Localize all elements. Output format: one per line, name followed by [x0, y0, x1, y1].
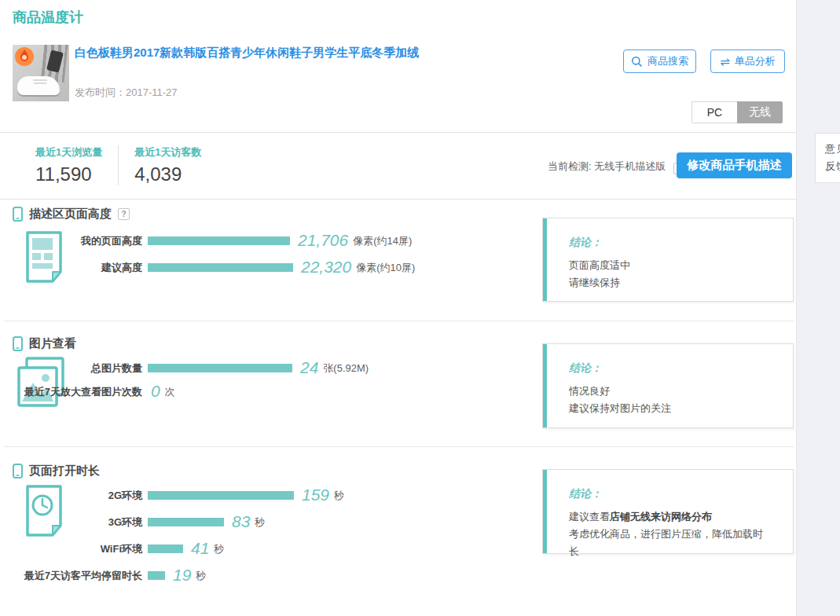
bar [148, 518, 224, 526]
bar-unit: 次 [165, 384, 175, 399]
conclusion-line: 页面高度适中 [569, 257, 771, 274]
conclusion-heading: 结论： [569, 487, 771, 501]
bar-row-wifi: WiFi环境 41 秒 [13, 541, 224, 558]
modify-description-button[interactable]: 修改商品手机描述 [677, 152, 792, 178]
bar-row-2g: 2G环境 159 秒 [13, 488, 344, 504]
bar [148, 544, 183, 553]
bar-unit: 秒 [214, 541, 224, 556]
bar [148, 491, 294, 500]
stats-row: 最近1天浏览量 11,590 最近1天访客数 4,039 [35, 145, 217, 185]
product-search-label: 商品搜索 [647, 54, 688, 68]
bar-row-3g: 3G环境 83 秒 [13, 515, 265, 531]
exchange-icon: ⇌ [720, 56, 730, 68]
stat-visitors: 最近1天访客数 4,039 [118, 145, 217, 185]
page-height-help-icon[interactable]: ? [118, 208, 130, 220]
bar-label: 总图片数量 [13, 361, 148, 376]
bar-unit: 秒 [334, 488, 344, 503]
single-item-analysis-label: 单品分析 [735, 54, 776, 68]
photo-lace [33, 78, 47, 84]
bar-row-zoom-views: 最近7天放大查看图片次数 0 次 [13, 384, 175, 401]
bar-row-total-images: 总图片数量 24 张(5.92M) [13, 361, 369, 377]
bar-value: 24 [300, 358, 318, 377]
bar-label: 我的页面高度 [13, 233, 148, 248]
section-load-time-header: 页面打开时长 [13, 464, 100, 478]
publish-date: 发布时间：2017-11-27 [75, 86, 178, 100]
platform-toggle: PC 无线 [691, 101, 783, 123]
bar-unit: 像素(约10屏) [356, 260, 415, 275]
conclusion-line: 考虑优化商品，进行图片压缩，降低加载时长 [569, 526, 771, 560]
conclusion-text: 建议查看 [569, 511, 610, 522]
feedback-tab[interactable]: 意见反馈 [815, 133, 840, 183]
product-title-link[interactable]: 白色板鞋男2017新款韩版百搭青少年休闲鞋子男学生平底冬季加绒 [75, 46, 578, 60]
single-item-analysis-button[interactable]: ⇌ 单品分析 [710, 50, 785, 73]
header-divider [0, 132, 796, 133]
bar-row-suggested-height: 建议高度 22,320 像素(约10屏) [13, 260, 415, 277]
stat-visitors-value: 4,039 [134, 163, 201, 185]
conclusion-load-time: 结论： 建议查看店铺无线来访网络分布 考虑优化商品，进行图片压缩，降低加载时长 [542, 469, 794, 554]
stat-pageviews-value: 11,590 [35, 163, 102, 185]
section-images-header: 图片查看 [13, 336, 76, 351]
conclusion-heading: 结论： [569, 236, 771, 250]
bar-unit: 张(5.92M) [323, 361, 369, 376]
current-detect-text: 当前检测: 无线手机描述版 [548, 160, 666, 172]
right-rail [796, 0, 840, 616]
bar-label: 最近7天放大查看图片次数 [13, 384, 148, 399]
conclusion-line: 请继续保持 [569, 274, 771, 292]
toggle-pc[interactable]: PC [691, 101, 737, 123]
flame-badge-icon [14, 46, 35, 67]
bar-label: 建议高度 [13, 260, 148, 275]
section-page-height-header: 描述区页面高度 ? [13, 207, 130, 222]
section-images-title: 图片查看 [29, 336, 76, 351]
stat-pageviews: 最近1天浏览量 11,590 [35, 145, 118, 185]
phone-icon [13, 336, 23, 351]
page-title: 商品温度计 [13, 8, 83, 27]
conclusion-images: 结论： 情况良好 建议保持对图片的关注 [542, 343, 794, 428]
bar-label: 3G环境 [13, 515, 148, 530]
conclusion-bold-text: 店铺无线来访网络分布 [610, 511, 712, 522]
bar-unit: 秒 [255, 515, 265, 530]
stat-pageviews-label: 最近1天浏览量 [35, 145, 102, 160]
section-divider [4, 446, 794, 447]
bar-value: 19 [173, 566, 191, 585]
bar [148, 364, 292, 372]
search-icon [631, 56, 643, 68]
bar-value: 159 [302, 486, 329, 504]
bar-unit: 秒 [196, 568, 206, 583]
conclusion-line: 建议保持对图片的关注 [569, 400, 771, 417]
conclusion-heading: 结论： [569, 361, 771, 376]
bar-value: 21,706 [298, 231, 348, 250]
section-load-time-title: 页面打开时长 [29, 464, 100, 478]
stats-divider [0, 199, 796, 200]
product-image [13, 45, 69, 101]
current-detect-label: 当前检测: 无线手机描述版 ? [548, 160, 685, 174]
phone-icon [13, 207, 23, 222]
stat-visitors-label: 最近1天访客数 [134, 145, 201, 160]
bar-label: 2G环境 [13, 488, 148, 503]
section-page-height-title: 描述区页面高度 [29, 207, 112, 222]
bar-value: 41 [191, 539, 209, 558]
bar [148, 571, 165, 580]
bar-unit: 像素(约14屏) [353, 233, 412, 248]
bar [148, 263, 293, 272]
bar-label: 最近7天访客平均停留时长 [13, 568, 148, 583]
bar-row-my-height: 我的页面高度 21,706 像素(约14屏) [13, 233, 412, 250]
toggle-wireless[interactable]: 无线 [737, 101, 783, 123]
conclusion-line: 建议查看店铺无线来访网络分布 [569, 508, 771, 526]
conclusion-line: 情况良好 [569, 383, 771, 400]
bar-value: 83 [232, 512, 250, 531]
bar-value: 0 [151, 382, 160, 401]
bar-label: WiFi环境 [13, 541, 148, 556]
phone-icon [13, 464, 23, 478]
product-search-button[interactable]: 商品搜索 [623, 50, 696, 73]
bar-row-avg-stay: 最近7天访客平均停留时长 19 秒 [13, 568, 206, 585]
conclusion-page-height: 结论： 页面高度适中 请继续保持 [542, 218, 794, 302]
bar [148, 236, 290, 245]
bar-value: 22,320 [301, 258, 351, 277]
section-divider [4, 321, 794, 321]
